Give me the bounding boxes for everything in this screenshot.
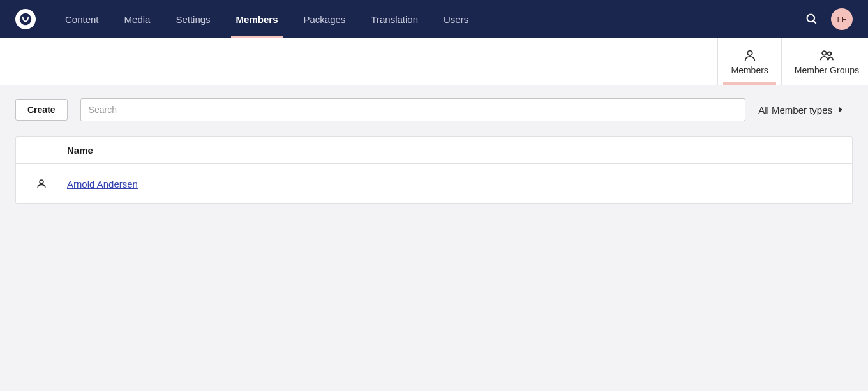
member-type-filter[interactable]: All Member types bbox=[758, 105, 853, 115]
search-input[interactable] bbox=[80, 98, 746, 121]
member-name-link[interactable]: Arnold Andersen bbox=[67, 179, 138, 189]
nav-members[interactable]: Members bbox=[226, 0, 288, 38]
nav-right-section: LF bbox=[805, 8, 853, 30]
svg-point-0 bbox=[20, 13, 31, 25]
top-navigation: Content Media Settings Members Packages … bbox=[0, 0, 868, 38]
members-table: Name Arnold Andersen bbox=[15, 136, 853, 204]
subnav-groups-label: Member Groups bbox=[795, 65, 859, 75]
member-icon bbox=[743, 48, 757, 63]
nav-settings[interactable]: Settings bbox=[165, 0, 220, 38]
subnav-members-label: Members bbox=[731, 65, 768, 75]
nav-media[interactable]: Media bbox=[114, 0, 161, 38]
subnav-member-groups[interactable]: Member Groups bbox=[781, 38, 868, 85]
person-icon bbox=[36, 178, 47, 189]
member-groups-icon bbox=[819, 48, 834, 63]
filter-label: All Member types bbox=[758, 105, 832, 115]
nav-content[interactable]: Content bbox=[55, 0, 109, 38]
global-search-button[interactable] bbox=[805, 13, 818, 26]
nav-users[interactable]: Users bbox=[433, 0, 479, 38]
main-content: Create All Member types Name Arnold Ande… bbox=[0, 85, 868, 217]
svg-point-3 bbox=[747, 50, 752, 55]
nav-translation[interactable]: Translation bbox=[361, 0, 428, 38]
sub-navigation: Members Member Groups bbox=[0, 38, 868, 85]
create-button[interactable]: Create bbox=[15, 99, 68, 121]
table-row[interactable]: Arnold Andersen bbox=[16, 164, 852, 203]
svg-point-6 bbox=[40, 180, 43, 184]
toolbar: Create All Member types bbox=[15, 98, 853, 121]
row-icon-cell bbox=[16, 178, 67, 189]
svg-line-2 bbox=[814, 21, 816, 24]
nav-left-section: Content Media Settings Members Packages … bbox=[15, 0, 479, 38]
user-avatar[interactable]: LF bbox=[831, 8, 853, 30]
svg-point-5 bbox=[828, 52, 832, 55]
umbraco-logo-icon bbox=[19, 13, 32, 26]
nav-packages[interactable]: Packages bbox=[293, 0, 355, 38]
subnav-members[interactable]: Members bbox=[717, 38, 781, 85]
search-icon bbox=[805, 13, 818, 26]
umbraco-logo[interactable] bbox=[15, 9, 36, 29]
chevron-right-icon bbox=[839, 107, 844, 113]
table-header: Name bbox=[16, 137, 852, 164]
column-header-name[interactable]: Name bbox=[16, 145, 93, 156]
svg-point-1 bbox=[807, 15, 815, 22]
svg-point-4 bbox=[823, 51, 827, 55]
